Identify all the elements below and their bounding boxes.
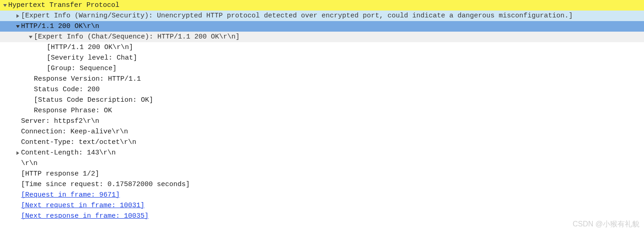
tree-label: [HTTP response 1/2] bbox=[21, 169, 99, 179]
tree-label: Response Phrase: OK bbox=[34, 105, 112, 116]
tree-label: Server: httpsf2\r\n bbox=[21, 116, 99, 126]
tree-row-connection[interactable]: Connection: Keep-alive\r\n bbox=[0, 126, 644, 137]
tree-row-next-request-frame-link[interactable]: [Next request in frame: 10031] bbox=[0, 200, 644, 211]
tree-label: [Expert Info (Warning/Security): Unencry… bbox=[21, 11, 573, 21]
tree-row-expert-chat-severity[interactable]: [Severity level: Chat] bbox=[0, 53, 644, 63]
tree-row-expert-chat[interactable]: [Expert Info (Chat/Sequence): HTTP/1.1 2… bbox=[0, 32, 644, 42]
tree-row-response-phrase[interactable]: Response Phrase: OK bbox=[0, 105, 644, 116]
tree-label: Hypertext Transfer Protocol bbox=[8, 0, 119, 11]
tree-label: [HTTP/1.1 200 OK\r\n] bbox=[47, 42, 133, 53]
tree-label: Response Version: HTTP/1.1 bbox=[34, 74, 141, 84]
tree-row-status-code[interactable]: Status Code: 200 bbox=[0, 84, 644, 95]
tree-row-status-code-desc[interactable]: [Status Code Description: OK] bbox=[0, 95, 644, 105]
tree-label: [Request in frame: 9671] bbox=[21, 190, 120, 200]
tree-label: Connection: Keep-alive\r\n bbox=[21, 126, 128, 137]
tree-label: HTTP/1.1 200 OK\r\n bbox=[21, 21, 99, 32]
tree-row-server[interactable]: Server: httpsf2\r\n bbox=[0, 116, 644, 126]
tree-label: Status Code: 200 bbox=[34, 84, 100, 95]
tree-row-time-since[interactable]: [Time since request: 0.175872000 seconds… bbox=[0, 179, 644, 190]
tree-label: [Next request in frame: 10031] bbox=[21, 200, 145, 211]
tree-label: Content-Type: text/octet\r\n bbox=[21, 137, 136, 148]
tree-row-next-response-frame-link[interactable]: [Next response in frame: 10035] bbox=[0, 211, 644, 221]
tree-label: [Time since request: 0.175872000 seconds… bbox=[21, 179, 190, 190]
expand-toggle-icon[interactable] bbox=[2, 2, 8, 9]
expand-toggle-icon[interactable] bbox=[27, 34, 34, 40]
expand-toggle-icon[interactable] bbox=[15, 23, 21, 30]
tree-row-expert-chat-group[interactable]: [Group: Sequence] bbox=[0, 63, 644, 74]
tree-label: [Severity level: Chat] bbox=[47, 53, 137, 63]
tree-label: [Next response in frame: 10035] bbox=[21, 211, 149, 221]
tree-row-content-length[interactable]: Content-Length: 143\r\n bbox=[0, 148, 644, 158]
tree-label: [Expert Info (Chat/Sequence): HTTP/1.1 2… bbox=[34, 32, 240, 42]
tree-label: \r\n bbox=[21, 158, 38, 169]
expand-toggle-icon[interactable] bbox=[15, 150, 21, 156]
tree-label: Content-Length: 143\r\n bbox=[21, 148, 116, 158]
tree-row-crlf[interactable]: \r\n bbox=[0, 158, 644, 169]
tree-row-http-root[interactable]: Hypertext Transfer Protocol bbox=[0, 0, 644, 11]
tree-row-http-response[interactable]: [HTTP response 1/2] bbox=[0, 169, 644, 179]
tree-row-expert-warning[interactable]: [Expert Info (Warning/Security): Unencry… bbox=[0, 11, 644, 21]
tree-label: [Group: Sequence] bbox=[47, 63, 117, 74]
tree-row-content-type[interactable]: Content-Type: text/octet\r\n bbox=[0, 137, 644, 148]
tree-row-request-frame-link[interactable]: [Request in frame: 9671] bbox=[0, 190, 644, 200]
expand-toggle-icon[interactable] bbox=[15, 13, 21, 19]
tree-label: [Status Code Description: OK] bbox=[34, 95, 153, 105]
tree-row-expert-chat-detail[interactable]: [HTTP/1.1 200 OK\r\n] bbox=[0, 42, 644, 53]
tree-row-status-line[interactable]: HTTP/1.1 200 OK\r\n bbox=[0, 21, 644, 32]
packet-details-tree: Hypertext Transfer Protocol [Expert Info… bbox=[0, 0, 644, 221]
tree-row-response-version[interactable]: Response Version: HTTP/1.1 bbox=[0, 74, 644, 84]
